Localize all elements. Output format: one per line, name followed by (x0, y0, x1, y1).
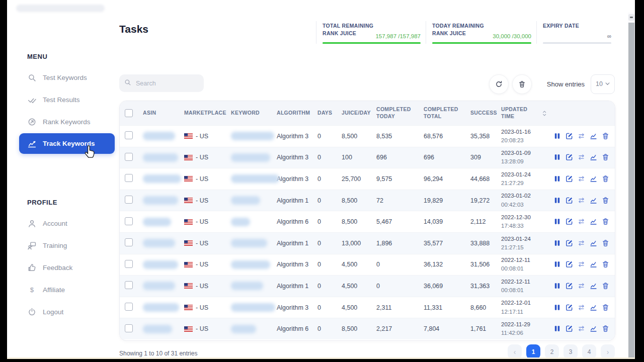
edit-button[interactable] (566, 153, 574, 161)
completed-total-value: 68,576 (418, 133, 464, 140)
sidebar-item-track-keywords[interactable]: Track Keywords (19, 133, 115, 154)
delete-button[interactable] (602, 260, 610, 268)
pause-button[interactable] (553, 153, 561, 161)
delete-button[interactable] (602, 218, 610, 226)
transfer-button[interactable] (578, 239, 586, 247)
delete-button[interactable] (602, 282, 610, 290)
sidebar-item-feedback[interactable]: Feedback (19, 256, 115, 279)
transfer-button[interactable] (578, 197, 586, 205)
page-button-4[interactable]: 4 (582, 344, 596, 357)
transfer-button[interactable] (578, 153, 586, 161)
table-row: - US Algorithm 3 0 100 696 696 309 2023-… (120, 147, 615, 168)
sort-icon[interactable] (542, 110, 546, 117)
chart-button[interactable] (590, 175, 598, 183)
sidebar-item-logout[interactable]: Logout (19, 301, 115, 323)
pause-button[interactable] (553, 239, 561, 247)
chart-button[interactable] (590, 282, 598, 290)
edit-button[interactable] (566, 304, 574, 312)
chart-button[interactable] (590, 197, 598, 205)
sidebar-item-training[interactable]: Training (19, 234, 115, 256)
transfer-button[interactable] (578, 218, 586, 226)
transfer-button[interactable] (578, 304, 586, 312)
chart-button[interactable] (590, 304, 598, 312)
search-icon (27, 73, 36, 82)
delete-button[interactable] (602, 197, 610, 205)
success-value: 1,761 (464, 325, 495, 332)
transfer-button[interactable] (578, 175, 586, 183)
row-checkbox[interactable] (125, 196, 133, 204)
row-checkbox[interactable] (125, 238, 133, 246)
marketplace-value: - US (196, 175, 208, 183)
row-checkbox[interactable] (125, 260, 133, 268)
sidebar-item-test-keywords[interactable]: Test Keywords (19, 66, 115, 88)
chart-button[interactable] (590, 325, 598, 333)
sidebar-item-affiliate[interactable]: $ Affiliate (19, 279, 115, 301)
svg-text:$: $ (30, 286, 34, 294)
page-button-2[interactable]: 2 (545, 344, 559, 357)
chart-button[interactable] (590, 239, 598, 247)
prev-page-button[interactable]: ‹ (508, 344, 522, 357)
row-checkbox[interactable] (125, 281, 133, 289)
pause-button[interactable] (553, 132, 561, 140)
delete-button[interactable] (602, 304, 610, 312)
completed-total-value: 7,804 (418, 325, 464, 332)
edit-button[interactable] (566, 175, 574, 183)
edit-button[interactable] (566, 218, 574, 226)
refresh-button[interactable] (489, 74, 509, 94)
column-header-asin: ASIN (137, 110, 178, 117)
transfer-button[interactable] (578, 132, 586, 140)
pause-button[interactable] (553, 218, 561, 226)
search-input[interactable] (135, 79, 199, 87)
row-checkbox[interactable] (125, 303, 133, 311)
row-checkbox[interactable] (125, 153, 133, 161)
pause-button[interactable] (553, 260, 561, 268)
sidebar-item-test-results[interactable]: Test Results (19, 88, 115, 111)
row-checkbox[interactable] (125, 217, 133, 225)
chart-button[interactable] (590, 260, 598, 268)
chart-button[interactable] (590, 153, 598, 161)
row-checkbox[interactable] (125, 174, 133, 182)
edit-button[interactable] (566, 282, 574, 290)
stat-total-remaining-rank-juice: TOTAL REMAINING RANK JUICE 157,987 /157,… (316, 21, 426, 44)
page-button-3[interactable]: 3 (564, 344, 578, 357)
sidebar-item-rank-keywords[interactable]: Rank Keywords (19, 111, 115, 133)
next-page-button[interactable]: › (601, 344, 615, 357)
pause-button[interactable] (553, 175, 561, 183)
edit-button[interactable] (566, 325, 574, 333)
scrollbar-thumb[interactable] (628, 23, 634, 357)
entries-select[interactable]: 10 (591, 74, 615, 94)
edit-button[interactable] (566, 197, 574, 205)
pause-button[interactable] (553, 282, 561, 290)
edit-button[interactable] (566, 260, 574, 268)
chart-button[interactable] (590, 218, 598, 226)
delete-button[interactable] (602, 239, 610, 247)
delete-button[interactable] (602, 153, 610, 161)
pause-button[interactable] (553, 304, 561, 312)
scrollbar-up-button[interactable] (628, 14, 634, 21)
delete-button[interactable] (602, 175, 610, 183)
updated-time-value: 2022-12-30 17:48:33 (495, 213, 546, 231)
transfer-button[interactable] (578, 282, 586, 290)
algorithm-value: Algorithm 1 (271, 283, 311, 290)
row-checkbox[interactable] (125, 131, 133, 139)
bulk-delete-button[interactable] (512, 74, 532, 94)
delete-button[interactable] (602, 325, 610, 333)
pause-button[interactable] (553, 197, 561, 205)
sidebar-item-account[interactable]: Account (19, 212, 115, 234)
transfer-button[interactable] (578, 260, 586, 268)
page-button-1[interactable]: 1 (526, 344, 540, 357)
success-value: 8,660 (464, 304, 495, 311)
asin-redacted-value (143, 282, 175, 290)
edit-button[interactable] (566, 132, 574, 140)
refresh-icon (495, 80, 503, 88)
success-value: 44,668 (464, 175, 495, 183)
row-checkbox[interactable] (125, 324, 133, 332)
vertical-scrollbar[interactable] (628, 13, 635, 357)
transfer-button[interactable] (578, 325, 586, 333)
delete-button[interactable] (602, 132, 610, 140)
search-box[interactable] (119, 74, 204, 92)
pause-button[interactable] (553, 325, 561, 333)
chart-button[interactable] (590, 132, 598, 140)
edit-button[interactable] (566, 239, 574, 247)
select-all-checkbox[interactable] (125, 109, 133, 117)
